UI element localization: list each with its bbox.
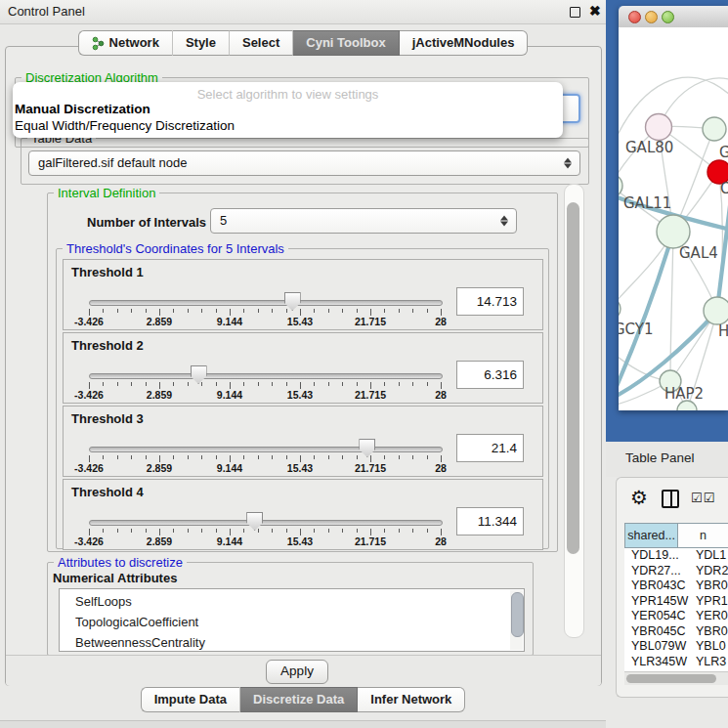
slider-track[interactable] <box>89 447 443 452</box>
threshold-block-3: Threshold 3-3.4262.8599.14415.4321.71528… <box>63 406 543 477</box>
cell-name: YDR2 <box>696 564 728 579</box>
scale-label: 9.144 <box>217 462 242 474</box>
close-traffic-icon[interactable] <box>628 11 641 23</box>
interval-definition-title: Interval Definition <box>54 186 159 200</box>
checkbox-icons[interactable]: ☑☑ <box>691 491 715 505</box>
node-gcy1[interactable] <box>619 298 621 320</box>
panel-title: Control Panel <box>8 4 85 19</box>
attribute-item[interactable]: SelfLoops <box>75 591 524 612</box>
node-cut-top-right[interactable] <box>703 117 726 141</box>
number-of-intervals-label: Number of Intervals <box>87 215 206 230</box>
scale-label: -3.426 <box>74 316 104 327</box>
cell-name: YLR3 <box>696 655 728 670</box>
top-tab-bar: NetworkStyleSelectCyni ToolboxjActiveMNo… <box>0 30 606 56</box>
node-h[interactable] <box>704 297 728 324</box>
label-gal11: GAL11 <box>623 194 671 212</box>
scale-label: -3.426 <box>74 389 104 401</box>
cell-shared-name: YDR27... <box>624 564 696 579</box>
table-row[interactable]: YDR27...YDR2 <box>624 564 728 579</box>
cell-name: YBR0 <box>696 578 728 594</box>
slider-track[interactable] <box>89 520 443 526</box>
tab-network[interactable]: Network <box>78 30 173 56</box>
algorithm-option-manual-discretization[interactable]: Manual Discretization <box>15 102 150 116</box>
tab-label: Select <box>242 31 279 55</box>
threshold-value-input[interactable]: 21.4 <box>456 434 524 462</box>
table-row[interactable]: YBR043CYBR0 <box>624 578 728 594</box>
thresholds-group-title: Threshold's Coordinates for 5 Intervals <box>63 241 288 256</box>
zoom-traffic-icon[interactable] <box>662 11 674 23</box>
table-hscrollbar[interactable] <box>624 671 728 685</box>
threshold-slider[interactable]: -3.4262.8599.14415.4321.71528 <box>89 407 441 476</box>
tab-jactivemnodules[interactable]: jActiveMNodules <box>400 30 529 56</box>
node-attribute-table[interactable]: shared... n YDL19...YDL1YDR27...YDR2YBR0… <box>624 523 728 687</box>
slider-track[interactable] <box>89 300 443 306</box>
attribute-item[interactable]: BetweennessCentrality <box>75 632 524 652</box>
numerical-attributes-list[interactable]: SelfLoopsTopologicalCoefficientBetweenne… <box>59 588 525 652</box>
close-icon[interactable]: ✖ <box>589 3 601 19</box>
table-row[interactable]: YPR145WYPR1 <box>624 594 728 610</box>
scale-label: 15.43 <box>287 389 313 401</box>
minimize-traffic-icon[interactable] <box>645 11 658 23</box>
tab-style[interactable]: Style <box>173 30 230 56</box>
scale-label: 21.715 <box>355 389 386 401</box>
panel-scrollbar[interactable] <box>564 184 584 638</box>
table-header-shared-name[interactable]: shared... <box>624 523 678 548</box>
node-gal80[interactable] <box>646 114 672 141</box>
apply-button[interactable]: Apply <box>266 660 328 684</box>
number-of-intervals-combobox[interactable]: 5 <box>210 208 517 234</box>
table-header-row: shared... n <box>624 523 728 548</box>
right-side: GAL80 GA C GAL11 GAL4 GCY1 H HAP2 Table … <box>606 0 728 728</box>
threshold-value-input[interactable]: 11.344 <box>456 507 524 535</box>
threshold-block-1: Threshold 1-3.4262.8599.14415.4321.71528… <box>63 259 543 330</box>
panel-scrollbar-thumb[interactable] <box>567 202 579 554</box>
table-row[interactable]: YLR345WYLR3 <box>624 655 728 670</box>
network-canvas[interactable]: GAL80 GA C GAL11 GAL4 GCY1 H HAP2 <box>619 27 728 410</box>
table-hscrollbar-thumb[interactable] <box>626 674 716 683</box>
cell-shared-name: YBR043C <box>624 578 696 594</box>
threshold-slider[interactable]: -3.4262.8599.14415.4321.71528 <box>89 333 441 403</box>
threshold-list: Threshold 1-3.4262.8599.14415.4321.71528… <box>57 259 548 552</box>
tab-cyni-toolbox[interactable]: Cyni Toolbox <box>293 30 399 56</box>
node-gal4[interactable] <box>657 215 690 248</box>
scale-label: 28 <box>435 462 447 474</box>
list-scrollbar[interactable] <box>510 590 523 650</box>
table-data-group: Table Data galFiltered.sif default node <box>21 138 589 185</box>
slider-scale: -3.4262.8599.14415.4321.71528 <box>89 389 441 401</box>
scale-label: 15.43 <box>287 462 313 474</box>
tab-label: Style <box>186 31 216 55</box>
list-scrollbar-thumb[interactable] <box>511 592 524 637</box>
tab-discretize-data[interactable]: Discretize Data <box>240 687 358 712</box>
slider-scale: -3.4262.8599.14415.4321.71528 <box>89 462 441 474</box>
table-data-combobox[interactable]: galFiltered.sif default node <box>28 150 580 176</box>
tab-select[interactable]: Select <box>230 30 293 56</box>
threshold-value-input[interactable]: 14.713 <box>456 287 524 316</box>
float-icon[interactable] <box>570 7 580 18</box>
cell-shared-name: YBR045C <box>624 624 696 640</box>
cell-shared-name: YER054C <box>624 609 696 624</box>
label-gal4: GAL4 <box>679 244 718 262</box>
scale-label: 9.144 <box>217 389 242 401</box>
table-row[interactable]: YBL079WYBL0 <box>624 639 728 655</box>
scale-label: 28 <box>435 389 447 401</box>
threshold-value-input[interactable]: 6.316 <box>456 361 524 389</box>
table-row[interactable]: YBR045CYBR0 <box>624 624 728 640</box>
tab-impute-data[interactable]: Impute Data <box>141 687 240 712</box>
threshold-slider[interactable]: -3.4262.8599.14415.4321.71528 <box>89 480 441 549</box>
tab-infer-network[interactable]: Infer Network <box>358 687 465 712</box>
attributes-group: Attributes to discretize Numerical Attri… <box>47 562 534 656</box>
threshold-slider[interactable]: -3.4262.8599.14415.4321.71528 <box>89 260 441 329</box>
gear-icon[interactable]: ⚙ <box>630 486 648 509</box>
attributes-group-title: Attributes to discretize <box>54 555 187 570</box>
control-panel-titlebar: Control Panel ✖ <box>0 0 606 24</box>
tab-label: Impute Data <box>154 688 227 711</box>
scale-label: 9.144 <box>217 316 242 327</box>
algorithm-option-equal-width-frequency[interactable]: Equal Width/Frequency Discretization <box>15 118 235 133</box>
slider-track[interactable] <box>89 373 443 379</box>
table-header-name[interactable]: n <box>678 523 728 548</box>
table-row[interactable]: YDL19...YDL1 <box>624 548 728 564</box>
table-row[interactable]: YER054CYER0 <box>624 609 728 624</box>
network-window-titlebar <box>619 6 728 28</box>
columns-icon[interactable] <box>662 490 679 508</box>
attribute-item[interactable]: TopologicalCoefficient <box>75 612 524 632</box>
cell-name: YDL1 <box>696 548 728 564</box>
